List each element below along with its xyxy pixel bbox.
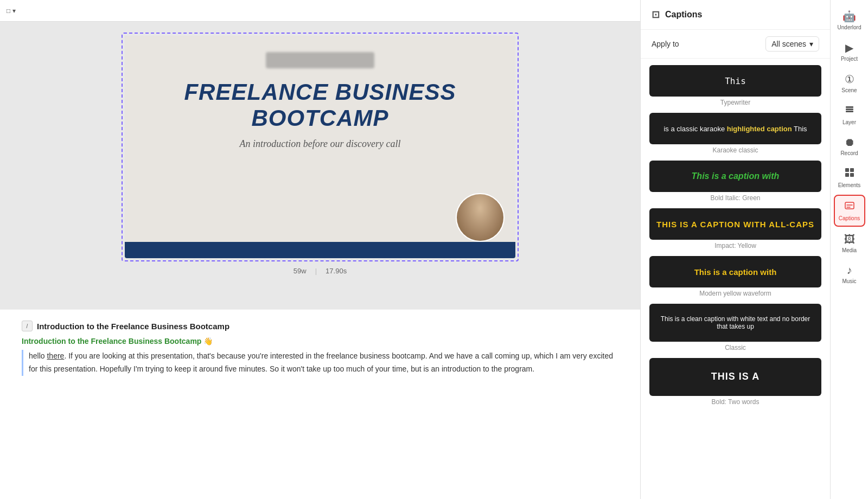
avatar (456, 193, 505, 242)
svg-rect-2 (846, 106, 853, 108)
caption-style-karaoke[interactable]: is a classic karaoke highlighted caption… (649, 113, 821, 154)
meta-row: 59w | 17.90s (293, 267, 347, 275)
captions-title: Captions (665, 10, 702, 20)
underlined-word: there (47, 351, 64, 360)
window-icon: □ (7, 7, 10, 15)
svg-rect-0 (846, 111, 853, 112)
slide-top-blur (266, 52, 374, 68)
caption-preview-typewriter: This (649, 65, 821, 97)
sidebar-item-captions[interactable]: Captions (834, 195, 865, 227)
sidebar-item-label-music: Music (842, 278, 856, 284)
sidebar-item-label-underlord: Underlord (838, 24, 861, 30)
chevron-down-icon: ▾ (809, 40, 813, 48)
caption-preview-classic: This is a clean caption with white text … (649, 304, 821, 342)
caption-style-label-bold-two: Bold: Two words (649, 398, 821, 406)
caption-preview-text-modern-yellow: This is a caption with (689, 267, 782, 277)
project-icon: ▶ (845, 41, 853, 54)
script-body: hello there. If you are looking at this … (22, 350, 618, 376)
svg-rect-3 (845, 168, 849, 172)
script-scene-title: Introduction to the Freelance Business B… (22, 337, 618, 346)
sidebar-item-scene[interactable]: ① Scene (834, 68, 865, 98)
slide-subtitle: An introduction before our discovery cal… (239, 138, 400, 150)
svg-rect-4 (850, 168, 854, 172)
caption-preview-text-karaoke: is a classic karaoke highlighted caption… (658, 125, 812, 133)
sidebar-item-label-record: Record (840, 150, 858, 156)
sidebar-item-label-media: Media (842, 247, 857, 253)
caption-style-label-impact-yellow: Impact: Yellow (649, 242, 821, 250)
captions-panel: ⊡ Captions Apply to All scenes ▾ This Ty… (640, 0, 830, 499)
karaoke-highlighted: highlighted caption (727, 125, 792, 133)
caption-preview-bold-two: THIS IS A (649, 358, 821, 396)
caption-preview-modern-yellow: This is a caption with (649, 256, 821, 287)
slide-bottom-bar (125, 242, 515, 258)
scene-icon: ① (845, 73, 854, 86)
top-bar: □ ▾ (0, 0, 640, 22)
caption-style-modern-yellow[interactable]: This is a caption with Modern yellow wav… (649, 256, 821, 297)
apply-to-value: All scenes (771, 40, 806, 48)
caption-preview-bold-green: This is a caption with (649, 161, 821, 192)
caption-preview-text-bold-green: This is a caption with (686, 171, 785, 181)
svg-rect-5 (845, 173, 849, 177)
sidebar-item-label-project: Project (841, 56, 858, 62)
apply-to-row: Apply to All scenes ▾ (641, 30, 830, 59)
caption-style-bold-two[interactable]: THIS IS A Bold: Two words (649, 358, 821, 406)
window-controls[interactable]: □ ▾ (7, 7, 16, 15)
script-section-icon: / (22, 321, 33, 331)
canvas-container: FREELANCE BUSINESS BOOTCAMP An introduct… (0, 22, 640, 309)
canvas-frame: FREELANCE BUSINESS BOOTCAMP An introduct… (122, 33, 519, 261)
caption-style-impact-yellow[interactable]: THIS IS A CAPTION WITH ALL-CAPS Impact: … (649, 208, 821, 250)
caption-style-label-classic: Classic (649, 344, 821, 351)
caption-preview-karaoke: is a classic karaoke highlighted caption… (649, 113, 821, 144)
caption-style-label-karaoke: Karaoke classic (649, 146, 821, 154)
caption-styles-list: This Typewriter is a classic karaoke hig… (641, 59, 830, 499)
sidebar-item-label-captions: Captions (839, 215, 860, 221)
captions-header: ⊡ Captions (641, 0, 830, 30)
sidebar-item-label-elements: Elements (838, 182, 861, 188)
sidebar-item-label-layer: Layer (843, 119, 856, 125)
elements-icon (844, 167, 855, 181)
svg-rect-1 (846, 108, 853, 110)
sidebar-item-media[interactable]: 🖼 Media (834, 229, 865, 258)
layer-icon (844, 104, 855, 118)
svg-rect-7 (845, 202, 854, 209)
duration: 17.90s (326, 267, 347, 275)
chevron-down-icon: ▾ (12, 7, 16, 15)
caption-preview-text-bold-two: THIS IS A (706, 371, 765, 383)
caption-preview-text-classic: This is a clean caption with white text … (649, 315, 821, 330)
script-header: / Introduction to the Freelance Business… (22, 321, 618, 331)
karaoke-normal: is a classic karaoke (663, 125, 726, 133)
sidebar-item-underlord[interactable]: 🤖 Underlord (834, 5, 865, 35)
apply-to-label: Apply to (652, 40, 679, 48)
svg-rect-6 (850, 173, 854, 177)
sidebar-item-label-scene: Scene (841, 87, 857, 93)
caption-preview-impact-yellow: THIS IS A CAPTION WITH ALL-CAPS (649, 208, 821, 240)
word-count: 59w (293, 267, 307, 275)
caption-preview-text-typewriter: This (719, 76, 751, 86)
caption-style-label-typewriter: Typewriter (649, 99, 821, 106)
sidebar-item-music[interactable]: ♪ Music (834, 260, 865, 289)
sidebar-item-elements[interactable]: Elements (834, 163, 865, 193)
caption-style-label-bold-green: Bold Italic: Green (649, 194, 821, 202)
media-icon: 🖼 (844, 233, 855, 246)
apply-to-select[interactable]: All scenes ▾ (765, 36, 819, 52)
caption-style-bold-green[interactable]: This is a caption with Bold Italic: Gree… (649, 161, 821, 202)
script-title: Introduction to the Freelance Business B… (37, 322, 229, 331)
karaoke-normal2: This (792, 125, 807, 133)
slide-title: FREELANCE BUSINESS BOOTCAMP (184, 79, 456, 132)
underlord-icon: 🤖 (843, 10, 856, 23)
sidebar-item-record[interactable]: ⏺ Record (834, 132, 865, 161)
canvas-inner: FREELANCE BUSINESS BOOTCAMP An introduct… (125, 36, 515, 258)
right-sidebar: 🤖 Underlord ▶ Project ① Scene Layer ⏺ Re… (830, 0, 868, 499)
caption-style-typewriter[interactable]: This Typewriter (649, 65, 821, 106)
caption-style-classic[interactable]: This is a clean caption with white text … (649, 304, 821, 351)
sidebar-item-layer[interactable]: Layer (834, 100, 865, 130)
music-icon: ♪ (847, 264, 852, 277)
caption-style-label-modern-yellow: Modern yellow waveform (649, 290, 821, 297)
record-icon: ⏺ (844, 136, 855, 149)
captions-header-icon: ⊡ (652, 9, 660, 21)
meta-separator: | (315, 267, 317, 275)
sidebar-item-project[interactable]: ▶ Project (834, 37, 865, 66)
slide-content: FREELANCE BUSINESS BOOTCAMP An introduct… (125, 36, 515, 258)
script-area: / Introduction to the Freelance Business… (0, 309, 640, 499)
captions-icon (844, 200, 855, 214)
